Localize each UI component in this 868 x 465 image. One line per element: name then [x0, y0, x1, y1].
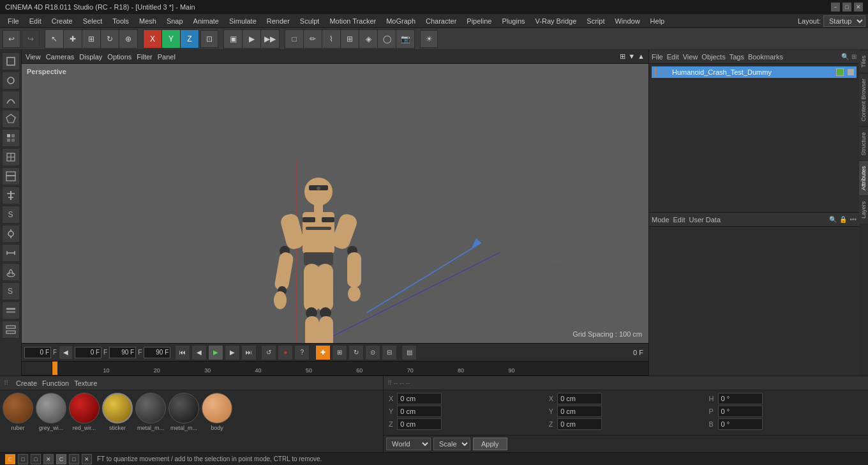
material-body[interactable]: body	[202, 393, 232, 431]
minimize-button[interactable]: −	[831, 3, 840, 11]
current-frame-input[interactable]	[75, 347, 101, 358]
cube-button[interactable]: □	[285, 30, 303, 48]
menu-render[interactable]: Render	[262, 16, 295, 26]
object-item-humanoid[interactable]: L0 Humanoid_Crash_Test_Dummy	[652, 66, 857, 78]
z-size-input[interactable]	[557, 418, 602, 430]
scale-key-button[interactable]: ⊞	[332, 345, 347, 360]
loop-button[interactable]: ↺	[261, 345, 276, 360]
task-min2[interactable]: □	[69, 454, 79, 464]
layers-button[interactable]	[2, 301, 20, 319]
tab-attributes[interactable]: Attributes	[859, 160, 868, 195]
snap-button[interactable]	[2, 225, 20, 243]
close-button[interactable]: ✕	[854, 3, 863, 11]
materials-function-menu[interactable]: Function	[42, 379, 69, 387]
objects-file-menu[interactable]: File	[652, 53, 663, 61]
task-close2[interactable]: ✕	[82, 454, 92, 464]
task-close[interactable]: ✕	[43, 454, 54, 464]
options-menu[interactable]: Options	[107, 53, 131, 61]
redo-button[interactable]: ↪	[22, 30, 40, 48]
y-axis-button[interactable]: Y	[162, 30, 180, 48]
cameras-menu[interactable]: Cameras	[46, 53, 75, 61]
objects-objects-menu[interactable]: Objects	[701, 53, 725, 61]
tab-structure[interactable]: Structure	[859, 126, 868, 161]
material-grey-wire[interactable]: grey_wi...	[36, 393, 66, 431]
menu-snap[interactable]: Snap	[161, 16, 188, 26]
mesh-mode-button[interactable]	[2, 72, 20, 89]
menu-vray[interactable]: V-Ray Bridge	[530, 16, 582, 26]
display-menu[interactable]: Display	[79, 53, 102, 61]
render-settings-button[interactable]: ▶▶	[261, 30, 279, 48]
objects-bookmarks-menu[interactable]: Bookmarks	[748, 53, 783, 61]
h-rot-input[interactable]	[718, 393, 763, 404]
scene-button[interactable]: ◯	[378, 30, 396, 48]
menu-animate[interactable]: Animate	[188, 16, 224, 26]
menu-plugins[interactable]: Plugins	[497, 16, 530, 26]
menu-motion-tracker[interactable]: Motion Tracker	[324, 16, 381, 26]
menu-simulate[interactable]: Simulate	[224, 16, 262, 26]
menu-help[interactable]: Help	[645, 16, 670, 26]
coord-system-dropdown[interactable]: World Object Camera	[386, 438, 431, 450]
viewport-icon-resize[interactable]: ⊞	[620, 52, 625, 61]
step-back-button[interactable]: ◀	[59, 346, 73, 360]
y-pos-input[interactable]	[397, 406, 442, 417]
x-size-input[interactable]	[557, 393, 602, 404]
objects-view-menu[interactable]: View	[683, 53, 698, 61]
auto-record-button[interactable]: ⊙	[365, 345, 380, 360]
tab-tiles[interactable]: Tiles	[859, 50, 868, 73]
morph-button[interactable]: S	[2, 206, 20, 224]
deform-button[interactable]: ◈	[359, 30, 377, 48]
viewport-icon-down[interactable]: ▼	[628, 52, 635, 61]
material-metal2[interactable]: metal_m...	[168, 393, 199, 431]
keys-button[interactable]: ⊟	[382, 345, 397, 360]
rigging-button[interactable]	[2, 187, 20, 204]
total-frames-input[interactable]	[144, 347, 170, 358]
apply-button[interactable]: Apply	[473, 438, 507, 450]
scale-mode-button[interactable]: ⊞	[82, 30, 100, 48]
menu-select[interactable]: Select	[78, 16, 108, 26]
sculpt-mode-button[interactable]	[2, 148, 20, 166]
attr-userdata-menu[interactable]: User Data	[689, 216, 721, 224]
material-ruber[interactable]: ruber	[3, 393, 33, 431]
c4d-icon[interactable]: C	[5, 454, 15, 464]
symbol-button[interactable]: S	[2, 282, 20, 300]
timeline-view-button[interactable]: ▤	[401, 345, 417, 360]
z-axis-button[interactable]: Z	[181, 30, 198, 48]
render-active-button[interactable]: ▶	[243, 30, 260, 48]
menu-pipeline[interactable]: Pipeline	[461, 16, 497, 26]
model-mode-button[interactable]	[2, 52, 20, 70]
attr-lock-icon[interactable]: 🔒	[839, 216, 847, 223]
task-minimize[interactable]: □	[18, 454, 28, 464]
x-axis-button[interactable]: X	[144, 30, 161, 48]
rotate-key-button[interactable]: ↻	[348, 345, 364, 360]
tab-content-browser[interactable]: Content Browser	[859, 73, 868, 126]
filter-menu[interactable]: Filter	[137, 53, 152, 61]
x-pos-input[interactable]	[397, 393, 442, 404]
view-menu[interactable]: View	[26, 53, 41, 61]
material-red-wire[interactable]: red_wir...	[69, 393, 100, 431]
measure-button[interactable]	[2, 244, 20, 262]
material-sticker[interactable]: sticker	[102, 393, 133, 431]
nurbs-button[interactable]: ⌇	[322, 30, 340, 48]
array-button[interactable]: ⊞	[341, 30, 359, 48]
menu-sculpt[interactable]: Sculpt	[295, 16, 325, 26]
prev-frame-button[interactable]: ◀	[191, 345, 207, 360]
scale-mode-dropdown[interactable]: Scale Size	[433, 438, 470, 450]
objects-edit-menu[interactable]: Edit	[667, 53, 679, 61]
timeline-ruler[interactable]: 0 10 20 30 40 50 60 70 80 90	[52, 362, 648, 375]
layout-dropdown[interactable]: Startup	[823, 15, 865, 27]
play-button[interactable]: ▶	[208, 345, 223, 360]
transform-mode-button[interactable]: ⊕	[119, 30, 137, 48]
goto-end-button[interactable]: ⏭	[241, 345, 257, 360]
panel-menu[interactable]: Panel	[158, 53, 176, 61]
menu-create[interactable]: Create	[47, 16, 78, 26]
camera-button[interactable]: 📷	[396, 30, 414, 48]
tab-layers[interactable]: Layers	[859, 195, 868, 224]
menu-tools[interactable]: Tools	[107, 16, 134, 26]
materials-texture-menu[interactable]: Texture	[74, 379, 97, 387]
object-vis-toggle[interactable]	[848, 69, 854, 75]
menu-character[interactable]: Character	[421, 16, 461, 26]
viewport-icon-up[interactable]: ▲	[638, 52, 645, 61]
paint2-button[interactable]	[2, 263, 20, 281]
attr-mode-menu[interactable]: Mode	[652, 216, 670, 224]
menu-file[interactable]: File	[3, 16, 24, 26]
